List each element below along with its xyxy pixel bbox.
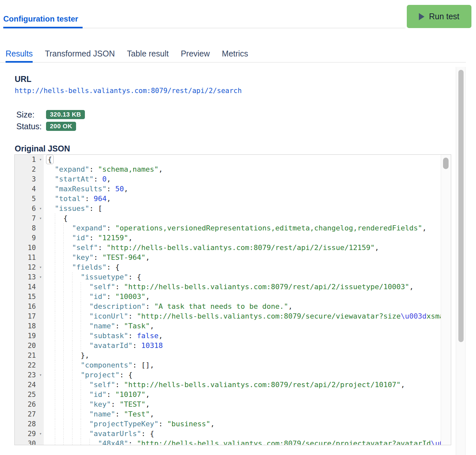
code-line[interactable]: "projectTypeKey": "business", <box>44 419 441 429</box>
indent-guide <box>63 341 64 351</box>
editor-scrollbar-thumb[interactable] <box>443 158 449 169</box>
code-line[interactable]: "self": "http://hells-bells.valiantys.co… <box>44 243 441 253</box>
fold-arrow-icon[interactable]: ▾ <box>39 272 42 282</box>
code-line[interactable]: "fields": { <box>44 262 441 272</box>
page-scrollbar[interactable] <box>456 67 466 455</box>
line-number: 14 <box>15 282 44 292</box>
run-test-button[interactable]: Run test <box>407 5 471 28</box>
tab-transformed-json[interactable]: Transformed JSON <box>45 49 115 63</box>
status-badge: 200 OK <box>46 122 76 131</box>
indent-guide <box>55 351 55 360</box>
code-line[interactable]: "maxResults": 50, <box>44 184 441 194</box>
code-line[interactable]: "subtask": false, <box>44 331 441 341</box>
code-line[interactable]: "id": "10107", <box>44 390 441 400</box>
indent-guide <box>63 409 64 419</box>
line-number: 29▾ <box>15 429 44 439</box>
indent-guide <box>72 341 72 351</box>
indent-guide <box>63 233 64 243</box>
code-line[interactable]: "iconUrl": "http://hells-bells.valiantys… <box>44 311 441 321</box>
code-line[interactable]: { <box>44 213 441 223</box>
code-line[interactable]: "avatarId": 10318 <box>44 341 441 351</box>
indent-guide <box>55 311 55 321</box>
code-line[interactable]: "self": "http://hells-bells.valiantys.co… <box>44 282 441 292</box>
code-line[interactable]: "id": "10003", <box>44 292 441 302</box>
fold-arrow-icon[interactable]: ▾ <box>39 213 42 223</box>
code-line[interactable]: "avatarUrls": { <box>44 429 441 439</box>
url-link[interactable]: http://hells-bells.valiantys.com:8079/re… <box>15 87 242 95</box>
code-line[interactable]: "issues": [ <box>44 204 441 213</box>
code-line[interactable]: { <box>44 155 441 165</box>
line-number: 24 <box>15 380 44 390</box>
code-line[interactable]: "key": "TEST", <box>44 400 441 409</box>
code-line[interactable]: "project": { <box>44 370 441 380</box>
indent-guide <box>72 331 72 341</box>
indent-guide <box>72 400 72 409</box>
indent-guide <box>63 272 64 282</box>
code-line[interactable]: "name": "Task", <box>44 321 441 331</box>
editor-scrollbar[interactable] <box>441 155 451 445</box>
fold-arrow-icon[interactable]: ▾ <box>39 262 42 272</box>
page-title[interactable]: Configuration tester <box>3 14 78 24</box>
code-line[interactable]: }, <box>44 351 441 360</box>
indent-guide <box>55 282 55 292</box>
indent-guide <box>81 302 81 311</box>
line-number: 22 <box>15 360 44 370</box>
code-line[interactable]: "components": [], <box>44 360 441 370</box>
fold-arrow-icon[interactable]: ▾ <box>39 204 42 213</box>
code-line[interactable]: "expand": "schema,names", <box>44 165 441 174</box>
code-line[interactable]: "startAt": 0, <box>44 174 441 184</box>
indent-guide <box>81 282 81 292</box>
code-line[interactable]: "issuetype": { <box>44 272 441 282</box>
fold-arrow-icon[interactable]: ▾ <box>39 429 42 439</box>
line-number: 6▾ <box>15 204 44 213</box>
code-line[interactable]: "expand": "operations,versionedRepresent… <box>44 223 441 233</box>
indent-guide <box>81 341 81 351</box>
indent-guide <box>63 370 64 380</box>
indent-guide <box>55 213 55 223</box>
indent-guide <box>55 419 55 429</box>
line-number: 17 <box>15 311 44 321</box>
indent-guide <box>81 321 81 331</box>
code-line[interactable]: "total": 964, <box>44 194 441 204</box>
fold-arrow-icon[interactable]: ▾ <box>39 155 42 165</box>
line-number: 13▾ <box>15 272 44 282</box>
indent-guide <box>81 380 81 390</box>
indent-guide <box>63 262 64 272</box>
line-number: 19 <box>15 331 44 341</box>
url-heading: URL <box>15 74 31 84</box>
line-number: 16 <box>15 302 44 311</box>
tab-results[interactable]: Results <box>6 49 33 63</box>
indent-guide <box>81 429 81 439</box>
code-line[interactable]: "name": "Test", <box>44 409 441 419</box>
indent-guide <box>55 262 55 272</box>
page-scrollbar-thumb[interactable] <box>458 70 464 342</box>
tab-bar: ResultsTransformed JSONTable resultPrevi… <box>0 49 466 63</box>
tab-metrics[interactable]: Metrics <box>222 49 248 63</box>
indent-guide <box>81 390 81 400</box>
indent-guide <box>72 272 72 282</box>
title-underline <box>3 27 83 28</box>
tab-table-result[interactable]: Table result <box>127 49 169 63</box>
line-number: 25 <box>15 390 44 400</box>
indent-guide <box>81 419 81 429</box>
code-line[interactable]: "key": "TEST-964", <box>44 253 441 262</box>
code-line[interactable]: "id": "12159", <box>44 233 441 243</box>
json-editor[interactable]: 1▾23456▾7▾89101112▾13▾141516171819202122… <box>14 154 451 445</box>
fold-arrow-icon[interactable]: ▾ <box>39 370 42 380</box>
indent-guide <box>72 351 72 360</box>
indent-guide <box>63 419 64 429</box>
indent-guide <box>55 380 55 390</box>
indent-guide <box>81 292 81 302</box>
indent-guide <box>72 390 72 400</box>
line-number: 21 <box>15 351 44 360</box>
indent-guide <box>81 439 81 445</box>
indent-guide <box>63 311 64 321</box>
tab-preview[interactable]: Preview <box>181 49 210 63</box>
line-number: 10 <box>15 243 44 253</box>
code-line[interactable]: "self": "http://hells-bells.valiantys.co… <box>44 380 441 390</box>
code-line[interactable]: "48x48": "http://hells-bells.valiantys.c… <box>44 439 441 445</box>
code-line[interactable]: "description": "A task that needs to be … <box>44 302 441 311</box>
indent-guide <box>55 302 55 311</box>
indent-guide <box>72 302 72 311</box>
editor-code[interactable]: { "expand": "schema,names", "startAt": 0… <box>44 155 441 445</box>
